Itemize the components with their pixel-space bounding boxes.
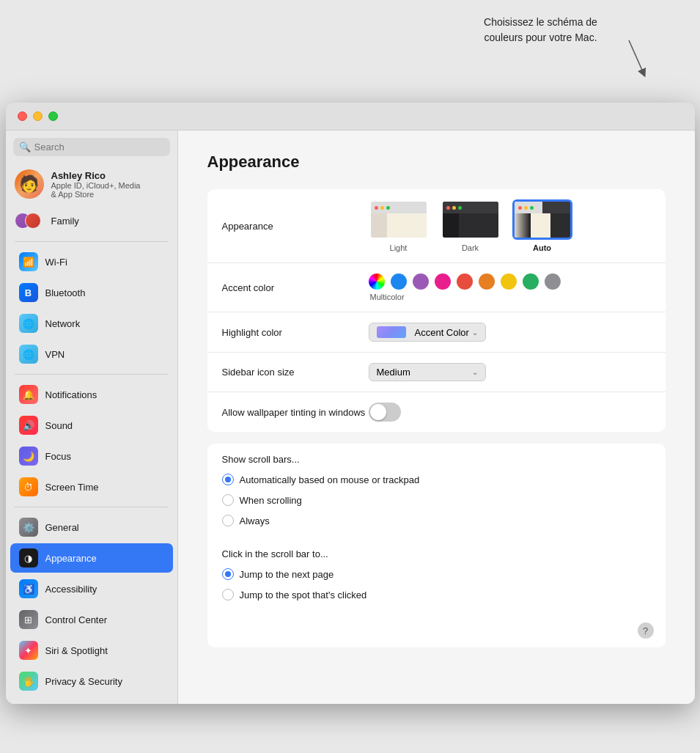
click-next-page-option[interactable]: Jump to the next page — [207, 564, 666, 584]
swatch-blue[interactable] — [391, 273, 407, 290]
swatch-yellow[interactable] — [501, 273, 517, 290]
sidebar-item-focus[interactable]: 🌙 Focus — [10, 441, 173, 471]
sidebar-label-general: General — [45, 522, 79, 533]
scroll-always-option[interactable]: Always — [207, 510, 666, 531]
sidebar-icon-size-dropdown[interactable]: Medium ⌄ — [369, 363, 486, 381]
highlight-dropdown-inner: Accent Color — [377, 326, 469, 338]
notifications-icon: 🔔 — [19, 385, 38, 404]
swatch-red[interactable] — [457, 273, 473, 290]
swatch-orange[interactable] — [479, 273, 495, 290]
light-main — [387, 213, 427, 238]
appearance-options: Light — [369, 199, 572, 252]
sidebar-item-privacy[interactable]: 🖐 Privacy & Security — [10, 666, 173, 696]
sidebar-item-controlcenter[interactable]: ⊞ Control Center — [10, 605, 173, 634]
appearance-row: Appearance — [207, 189, 666, 263]
swatch-multicolor[interactable] — [369, 273, 385, 290]
family-label: Family — [51, 216, 79, 227]
privacy-icon: 🖐 — [19, 672, 38, 691]
help-btn-container: ? — [207, 615, 666, 647]
scroll-scrolling-radio[interactable] — [222, 494, 234, 506]
highlight-color-preview — [377, 326, 406, 338]
sidebar-item-wifi[interactable]: 📶 Wi-Fi — [10, 247, 173, 276]
appearance-option-auto[interactable]: Auto — [512, 199, 572, 252]
close-button[interactable] — [18, 111, 27, 121]
sidebar-item-screentime[interactable]: ⏱ Screen Time — [10, 472, 173, 502]
sidebar-item-network[interactable]: 🌐 Network — [10, 309, 173, 338]
sidebar-label-accessibility: Accessibility — [45, 584, 97, 595]
accent-color-label: Accent color — [222, 282, 369, 293]
dark-sidebar — [443, 213, 459, 238]
scroll-scrolling-option[interactable]: When scrolling — [207, 490, 666, 510]
scroll-auto-radio[interactable] — [222, 474, 234, 485]
multicolor-label: Multicolor — [370, 293, 561, 301]
appearance-icon: ◑ — [19, 548, 38, 567]
svg-line-0 — [629, 40, 644, 73]
sidebar-label-network: Network — [45, 318, 81, 329]
appearance-row-label: Appearance — [222, 221, 369, 232]
auto-thumb-inner — [515, 202, 570, 238]
accent-colors: Multicolor — [369, 273, 561, 301]
search-input[interactable] — [34, 142, 164, 153]
scroll-auto-label: Automatically based on mouse or trackpad — [240, 474, 420, 485]
click-scroll-group-label: Click in the scroll bar to... — [207, 538, 666, 564]
click-spot-label: Jump to the spot that's clicked — [240, 589, 367, 600]
swatch-graphite[interactable] — [545, 273, 561, 290]
highlight-chevron-icon: ⌄ — [472, 328, 478, 337]
maximize-button[interactable] — [48, 111, 58, 121]
sidebar-size-chevron-icon: ⌄ — [472, 368, 478, 376]
sidebar-item-family[interactable]: Family — [6, 205, 177, 237]
sidebar-label-bluetooth: Bluetooth — [45, 287, 86, 298]
accent-color-control: Multicolor — [369, 273, 651, 301]
click-spot-option[interactable]: Jump to the spot that's clicked — [207, 584, 666, 605]
swatch-purple[interactable] — [413, 273, 429, 290]
user-profile-item[interactable]: 🧑 Ashley Rico Apple ID, iCloud+, Media &… — [6, 164, 177, 205]
sidebar-icon-size-label: Sidebar icon size — [222, 367, 369, 378]
sidebar-item-notifications[interactable]: 🔔 Notifications — [10, 380, 173, 409]
sidebar-item-siri[interactable]: ✦ Siri & Spotlight — [10, 636, 173, 665]
scroll-always-radio[interactable] — [222, 515, 234, 526]
appearance-option-dark[interactable]: Dark — [441, 199, 501, 252]
sidebar-item-general[interactable]: ⚙️ General — [10, 513, 173, 542]
tooltip-top: Choisissez le schéma de couleurs pour vo… — [446, 15, 636, 45]
click-next-page-radio[interactable] — [222, 568, 234, 580]
light-content — [371, 213, 427, 238]
focus-icon: 🌙 — [19, 447, 38, 466]
dark-content — [443, 213, 498, 238]
screentime-icon: ⏱ — [19, 477, 38, 496]
sidebar-label-controlcenter: Control Center — [45, 614, 108, 625]
accent-color-row: Accent color — [207, 263, 666, 312]
arrow-top — [622, 37, 680, 77]
highlight-color-dropdown[interactable]: Accent Color ⌄ — [369, 323, 486, 342]
wallpaper-tinting-toggle[interactable] — [369, 403, 401, 422]
wallpaper-tinting-label: Allow wallpaper tinting in windows — [222, 407, 369, 418]
sidebar-item-bluetooth[interactable]: B Bluetooth — [10, 278, 173, 307]
scroll-auto-option[interactable]: Automatically based on mouse or trackpad — [207, 469, 666, 490]
controlcenter-icon: ⊞ — [19, 610, 38, 629]
swatch-pink[interactable] — [435, 273, 451, 290]
sidebar-divider-1 — [15, 241, 169, 242]
system-preferences-window: 🔍 🧑 Ashley Rico Apple ID, iCloud+, Media… — [6, 103, 695, 704]
sidebar-icon-size-value: Medium — [377, 367, 410, 378]
color-swatches — [369, 273, 561, 290]
sidebar-item-accessibility[interactable]: ♿ Accessibility — [10, 574, 173, 603]
dark-thumb-inner — [443, 202, 498, 238]
scroll-bars-section: Show scroll bars... Automatically based … — [207, 444, 666, 647]
click-next-page-label: Jump to the next page — [240, 569, 334, 580]
main-content: Appearance Appearance — [178, 131, 695, 704]
click-spot-radio[interactable] — [222, 589, 234, 600]
swatch-green[interactable] — [523, 273, 539, 290]
user-info: Ashley Rico Apple ID, iCloud+, Media & A… — [51, 170, 141, 199]
sidebar-item-appearance[interactable]: ◑ Appearance — [10, 543, 173, 573]
appearance-section: Appearance — [207, 189, 666, 432]
search-box[interactable]: 🔍 — [13, 138, 170, 156]
bluetooth-icon: B — [19, 283, 38, 302]
help-button[interactable]: ? — [638, 622, 654, 639]
appearance-option-light[interactable]: Light — [369, 199, 429, 252]
sidebar-item-vpn[interactable]: 🌐 VPN — [10, 339, 173, 369]
siri-icon: ✦ — [19, 641, 38, 660]
family-avatars — [15, 210, 44, 231]
minimize-button[interactable] — [33, 111, 43, 121]
sidebar-item-sound[interactable]: 🔊 Sound — [10, 411, 173, 440]
scroll-always-label: Always — [240, 515, 270, 526]
highlight-color-control: Accent Color ⌄ — [369, 323, 651, 342]
